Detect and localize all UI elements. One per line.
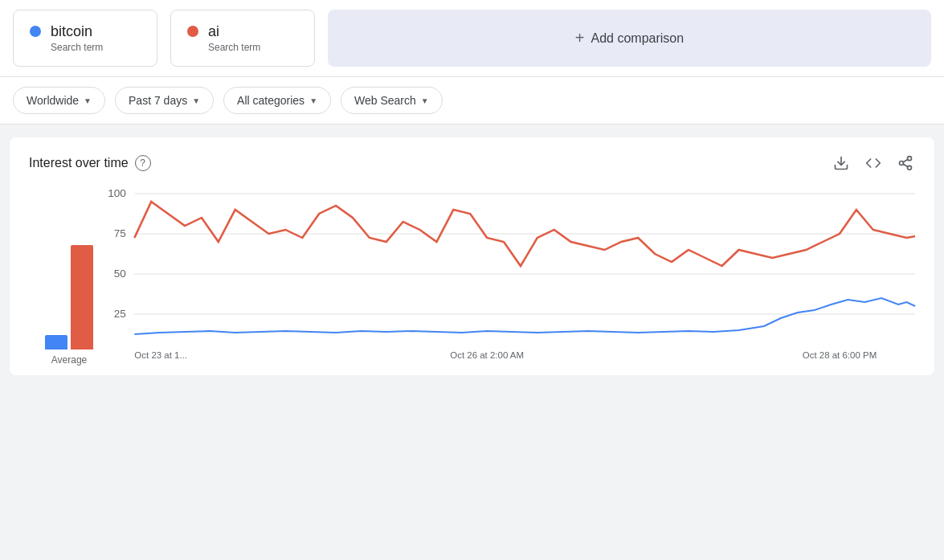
bitcoin-type: Search term <box>51 42 103 53</box>
top-bar: bitcoin Search term ai Search term + Add… <box>0 0 944 77</box>
ai-avg-bar <box>71 245 93 349</box>
bitcoin-name: bitcoin <box>51 23 103 40</box>
svg-text:75: 75 <box>114 227 126 239</box>
chart-title: Interest over time <box>29 156 129 170</box>
average-bars: Average <box>29 189 109 366</box>
time-chevron-icon: ▼ <box>192 96 200 105</box>
svg-text:50: 50 <box>114 268 126 280</box>
svg-text:Oct 26 at 2:00 AM: Oct 26 at 2:00 AM <box>450 350 524 360</box>
region-filter[interactable]: Worldwide ▼ <box>13 87 105 114</box>
category-chevron-icon: ▼ <box>309 96 317 105</box>
time-filter[interactable]: Past 7 days ▼ <box>115 87 214 114</box>
download-icon[interactable] <box>832 153 851 173</box>
category-label: All categories <box>237 94 304 107</box>
bitcoin-avg-bar <box>45 335 67 349</box>
term-card-bitcoin: bitcoin Search term <box>13 10 157 67</box>
chart-header: Interest over time ? <box>29 153 915 173</box>
search-type-filter[interactable]: Web Search ▼ <box>341 87 443 114</box>
region-chevron-icon: ▼ <box>84 96 92 105</box>
svg-text:100: 100 <box>108 187 126 199</box>
svg-line-5 <box>903 159 908 161</box>
svg-text:Oct 23 at 1...: Oct 23 at 1... <box>134 350 187 360</box>
ai-name: ai <box>208 23 260 40</box>
share-icon[interactable] <box>896 153 915 173</box>
svg-text:25: 25 <box>114 308 126 320</box>
ai-dot <box>187 26 198 37</box>
term-card-ai: ai Search term <box>170 10 315 67</box>
help-icon[interactable]: ? <box>135 155 151 171</box>
category-filter[interactable]: All categories ▼ <box>223 87 331 114</box>
plus-icon: + <box>575 29 585 47</box>
svg-line-4 <box>903 164 908 166</box>
ai-type: Search term <box>208 42 260 53</box>
add-comparison-label: Add comparison <box>591 31 685 46</box>
embed-icon[interactable] <box>864 153 883 173</box>
chart-section: Interest over time ? <box>10 137 934 375</box>
bitcoin-line <box>134 298 915 334</box>
region-label: Worldwide <box>27 94 79 107</box>
search-type-chevron-icon: ▼ <box>421 96 429 105</box>
average-label: Average <box>51 354 87 366</box>
bitcoin-dot <box>30 26 41 37</box>
chart-svg: 100 75 50 25 Oct 23 at 1... Oct 26 at 2:… <box>109 186 915 362</box>
line-chart: 100 75 50 25 Oct 23 at 1... Oct 26 at 2:… <box>109 186 915 366</box>
filters-bar: Worldwide ▼ Past 7 days ▼ All categories… <box>0 77 944 125</box>
add-comparison-button[interactable]: + Add comparison <box>328 10 931 67</box>
svg-text:Oct 28 at 6:00 PM: Oct 28 at 6:00 PM <box>803 350 877 360</box>
search-type-label: Web Search <box>354 94 416 107</box>
time-label: Past 7 days <box>129 94 187 107</box>
